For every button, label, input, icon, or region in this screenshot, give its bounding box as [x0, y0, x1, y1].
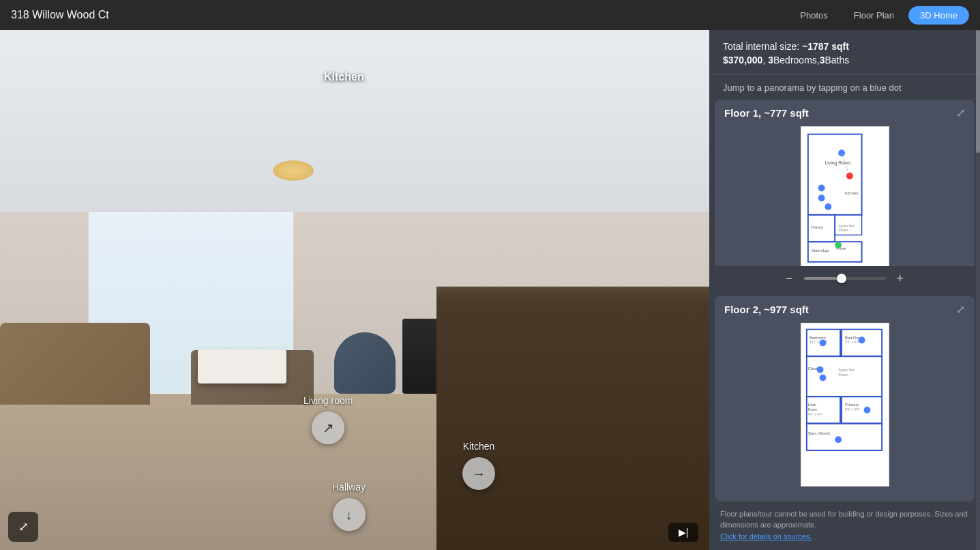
- panel-footer: Floor plans/tour cannot be used for buil…: [709, 501, 980, 551]
- property-info: Total internal size: ~1787 sqft $370,000…: [709, 30, 980, 74]
- svg-point-38: [858, 337, 865, 344]
- header: 318 Willow Wood Ct Photos Floor Plan 3D …: [0, 0, 980, 30]
- svg-point-12: [846, 173, 852, 179]
- svg-point-11: [838, 149, 845, 156]
- floor-1-header: Floor 1, ~777 sqft ⤢: [715, 100, 975, 126]
- hotspot-living-room-label: Living room: [303, 395, 353, 406]
- baths-label: Baths: [825, 55, 849, 66]
- hotspot-living-room-arrow[interactable]: ↗: [312, 411, 344, 444]
- svg-text:Space Not: Space Not: [838, 225, 855, 228]
- hotspot-kitchen-arrow[interactable]: →: [462, 457, 495, 490]
- floor-1-section: Floor 1, ~777 sqft ⤢ Living Room Kitchen…: [715, 100, 975, 291]
- scroll-thumb[interactable]: [976, 30, 980, 153]
- svg-text:Primary: Primary: [845, 403, 859, 407]
- hotspot-hallway-arrow[interactable]: ↓: [333, 498, 366, 531]
- property-address: 318 Willow Wood Ct: [11, 9, 109, 21]
- expand-button[interactable]: ⤢: [8, 512, 38, 542]
- floor-1-zoom-controls: − +: [715, 266, 975, 291]
- expand-icon: ⤢: [18, 519, 29, 534]
- footer-disclaimer: Floor plans/tour cannot be used for buil…: [720, 510, 968, 530]
- svg-text:9'0" x 4'4": 9'0" x 4'4": [845, 408, 860, 411]
- nav-tabs: Photos Floor Plan 3D Home: [788, 6, 969, 25]
- hotspot-kitchen-label: Kitchen: [463, 441, 495, 452]
- floor-1-expand-icon[interactable]: ⤢: [956, 106, 965, 119]
- svg-point-41: [863, 407, 870, 414]
- floor-2-expand-icon[interactable]: ⤢: [956, 303, 965, 316]
- floor-1-title: Floor 1, ~777 sqft: [724, 107, 809, 119]
- next-icon: ▶|: [679, 527, 689, 538]
- svg-text:Room: Room: [807, 408, 816, 411]
- kitchen-counter-top: [436, 287, 709, 300]
- svg-text:Pantry: Pantry: [811, 225, 822, 229]
- svg-point-14: [818, 194, 825, 201]
- floor-2-section: Floor 2, ~977 sqft ⤢ Bedroom 10'1" x 11'…: [715, 296, 975, 501]
- zoom-plus-button[interactable]: +: [891, 272, 910, 286]
- hotspot-living-room[interactable]: Living room ↗: [303, 395, 353, 444]
- jump-hint: Jump to a panorama by tapping on a blue …: [709, 74, 980, 100]
- hotspot-hallway[interactable]: Hallway ↓: [332, 482, 366, 531]
- svg-point-13: [818, 185, 825, 192]
- sources-link[interactable]: Click for details on sources.: [720, 532, 812, 540]
- floor-1-size: ~777 sqft: [764, 107, 808, 119]
- zoom-minus-button[interactable]: −: [780, 272, 799, 286]
- svg-text:Kitchen: Kitchen: [845, 191, 859, 195]
- svg-text:Stairs (Shown): Stairs (Shown): [807, 432, 830, 435]
- sofa: [0, 323, 150, 405]
- room-ceiling: [0, 30, 709, 212]
- tab-floorplan[interactable]: Floor Plan: [842, 6, 906, 25]
- floor-2-plan-svg: Bedroom 10'1" x 11'0" Bed Room 9'4" x 9'…: [801, 323, 889, 487]
- hotspot-hallway-label: Hallway: [332, 482, 366, 493]
- svg-rect-23: [806, 424, 881, 450]
- bedrooms-label: Bedrooms,: [773, 55, 820, 66]
- floor-2-title: Floor 2, ~977 sqft: [724, 304, 809, 315]
- chandelier: [273, 160, 314, 181]
- svg-text:Space Not: Space Not: [838, 368, 855, 372]
- right-panel: Total internal size: ~1787 sqft $370,000…: [709, 30, 980, 550]
- tab-3dhome[interactable]: 3D Home: [908, 6, 969, 25]
- total-size-row: Total internal size: ~1787 sqft: [723, 41, 966, 52]
- next-button[interactable]: ▶|: [668, 523, 698, 542]
- hotspot-kitchen[interactable]: Kitchen →: [462, 441, 495, 490]
- svg-text:Stairs/Lgs: Stairs/Lgs: [811, 248, 829, 252]
- price-row: $370,000, 3Bedrooms,3Baths: [723, 55, 966, 66]
- floor-2-size: ~977 sqft: [764, 304, 808, 315]
- floor-2-map-container: Bedroom 10'1" x 11'0" Bed Room 9'4" x 9'…: [715, 323, 975, 492]
- svg-point-15: [825, 203, 831, 210]
- svg-text:Living Room: Living Room: [825, 160, 850, 166]
- svg-text:9'4" x 9'2": 9'4" x 9'2": [845, 341, 860, 344]
- svg-text:Bedroom: Bedroom: [809, 336, 825, 340]
- kitchen-counter: [436, 290, 709, 550]
- svg-point-39: [816, 366, 823, 373]
- coffee-table: [198, 349, 286, 383]
- svg-point-42: [835, 436, 842, 443]
- floor-1-plan-svg: Living Room Kitchen Pantry Space Not Sho…: [801, 126, 889, 290]
- tab-photos[interactable]: Photos: [788, 6, 839, 25]
- panorama-view: Kitchen Living room ↗ Kitchen → Hallway …: [0, 30, 709, 550]
- svg-text:Linen: Linen: [807, 403, 816, 407]
- svg-point-37: [819, 339, 826, 346]
- svg-text:Shown: Shown: [838, 373, 848, 377]
- total-size-label: Total internal size:: [723, 41, 799, 52]
- zoom-handle[interactable]: [837, 274, 846, 283]
- svg-point-40: [819, 375, 826, 381]
- chair-1: [334, 332, 396, 394]
- total-size-value: ~1787 sqft: [802, 41, 849, 52]
- svg-text:4'0" x 4'4": 4'0" x 4'4": [807, 413, 822, 416]
- floor-2-label: Floor 2: [724, 304, 758, 315]
- svg-point-16: [835, 242, 842, 248]
- bedrooms-count: 3: [768, 55, 773, 66]
- svg-text:Shown: Shown: [838, 229, 848, 232]
- floor-2-header: Floor 2, ~977 sqft ⤢: [715, 296, 975, 323]
- floor-1-label: Floor 1: [724, 107, 758, 119]
- svg-rect-0: [807, 134, 861, 215]
- price-value: $370,000: [723, 55, 762, 66]
- zoom-slider[interactable]: [804, 277, 886, 280]
